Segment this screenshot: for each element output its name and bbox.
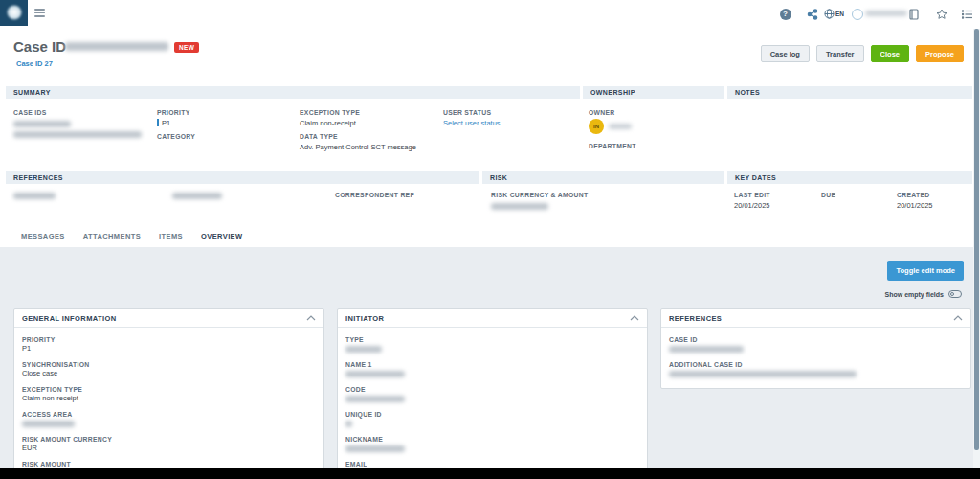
language-label[interactable]: EN [835, 11, 844, 17]
user-status-label: USER STATUS [443, 109, 491, 117]
redacted-value [22, 421, 75, 427]
owner-label: OWNER [589, 109, 615, 117]
star-icon[interactable] [935, 8, 947, 20]
redacted-value [345, 371, 405, 377]
field-label: NAME 1 [345, 360, 639, 369]
book-icon[interactable] [907, 8, 920, 20]
card-field: ACCESS AREA [22, 410, 316, 427]
show-empty-fields-toggle[interactable] [948, 290, 962, 298]
card-field: NICKNAME [345, 435, 639, 452]
due-label: DUE [821, 192, 835, 199]
scrollbar-thumb[interactable] [974, 29, 979, 450]
card-field: ADDITIONAL CASE ID [669, 360, 963, 377]
department-label: DEPARTMENT [589, 143, 636, 150]
field-value [345, 444, 639, 452]
screenshot-letterbox [0, 468, 980, 479]
redacted-value [345, 421, 352, 427]
notes-section-header: NOTES [727, 86, 972, 99]
collapse-chevron-icon[interactable] [306, 315, 316, 321]
created-label: CREATED [897, 192, 929, 199]
card-field: CASE ID [669, 335, 963, 353]
case-ids-redacted-2 [13, 131, 142, 138]
user-status-link[interactable]: Select user status... [443, 119, 506, 127]
card-field: UNIQUE ID [345, 410, 639, 427]
data-type-label: DATA TYPE [300, 133, 338, 141]
card-fields: PRIORITY P1 SYNCHRONISATION Close case E… [14, 328, 323, 479]
owner-avatar[interactable]: IN [589, 119, 604, 134]
field-label: PRIORITY [22, 335, 316, 344]
user-avatar-icon[interactable] [851, 8, 863, 20]
created-value: 20/01/2025 [897, 201, 933, 210]
data-type-value: Adv. Payment Control SCT message [300, 143, 416, 151]
share-icon[interactable] [806, 8, 818, 20]
case-id-redacted [65, 42, 168, 51]
collapse-chevron-icon[interactable] [630, 315, 639, 321]
initiator-card: INITIATOR TYPE NAME 1 CODE UNIQUE ID NIC… [337, 308, 648, 479]
card-fields: TYPE NAME 1 CODE UNIQUE ID NICKNAME EMAI… [338, 328, 647, 479]
field-value [345, 369, 639, 377]
help-icon[interactable]: ? [779, 8, 791, 20]
priority-label: PRIORITY [157, 109, 190, 117]
field-label: SYNCHRONISATION [22, 360, 316, 369]
field-value [345, 419, 639, 427]
app-logo[interactable] [0, 0, 28, 26]
field-label: ACCESS AREA [22, 410, 316, 419]
header-actions: Case log Transfer Close Propose [761, 45, 964, 62]
case-id-link[interactable]: Case ID 27 [16, 59, 53, 68]
field-value [22, 419, 316, 427]
card-field: CODE [345, 385, 639, 402]
owner-name-redacted [609, 124, 632, 129]
field-value [669, 344, 963, 353]
card-field: EXCEPTION TYPE Claim non-receipt [22, 385, 316, 402]
list-icon[interactable] [961, 8, 973, 20]
field-label: NICKNAME [345, 435, 639, 444]
references-card: REFERENCES CASE ID ADDITIONAL CASE ID [660, 308, 971, 389]
hamburger-menu-icon[interactable] [34, 9, 45, 19]
case-log-button[interactable]: Case log [761, 45, 810, 62]
field-value [345, 344, 639, 353]
field-value: EUR [22, 444, 316, 452]
close-button[interactable]: Close [871, 45, 909, 62]
last-edit-value: 20/01/2025 [734, 201, 770, 210]
card-title: GENERAL INFORMATION [22, 314, 117, 323]
field-label: CODE [345, 385, 639, 394]
card-field: PRIORITY P1 [22, 335, 316, 353]
card-title: INITIATOR [345, 314, 384, 323]
redacted-value [345, 445, 405, 452]
case-ids-redacted-1 [13, 121, 71, 127]
field-value [345, 394, 639, 402]
card-field: RISK AMOUNT CURRENCY EUR [22, 435, 316, 452]
redacted-value [669, 371, 857, 377]
risk-amount-redacted [491, 203, 548, 210]
collapse-chevron-icon[interactable] [953, 315, 963, 321]
top-bar: ? EN [0, 0, 980, 29]
key-dates-section-header: KEY DATES [727, 171, 972, 184]
priority-color-bar [157, 119, 159, 126]
reference-1-redacted [13, 193, 56, 199]
show-empty-fields-label: Show empty fields [885, 291, 944, 298]
card-title: REFERENCES [669, 314, 722, 323]
transfer-button[interactable]: Transfer [816, 45, 864, 62]
field-label: ADDITIONAL CASE ID [669, 360, 963, 369]
summary-section-header: SUMMARY [6, 86, 580, 99]
correspondent-ref-label: CORRESPONDENT REF [335, 192, 414, 199]
references-section-header: REFERENCES [6, 171, 479, 184]
field-value [669, 369, 963, 377]
propose-button[interactable]: Propose [916, 45, 964, 62]
risk-currency-amount-label: RISK CURRENCY & AMOUNT [491, 192, 588, 199]
logo-mark [7, 5, 22, 20]
field-value: Claim non-receipt [22, 394, 316, 402]
ownership-section-header: OWNERSHIP [583, 86, 724, 99]
card-fields: CASE ID ADDITIONAL CASE ID [661, 328, 970, 389]
category-label: CATEGORY [157, 133, 195, 141]
toggle-edit-mode-button[interactable]: Toggle edit mode [887, 261, 964, 281]
exception-type-label: EXCEPTION TYPE [300, 109, 360, 117]
card-field: NAME 1 [345, 360, 639, 377]
globe-icon[interactable] [823, 8, 835, 20]
field-value: Close case [22, 369, 316, 377]
redacted-value [345, 346, 382, 353]
reference-2-redacted [172, 193, 222, 199]
status-badge: NEW [174, 42, 199, 53]
field-label: EXCEPTION TYPE [22, 385, 316, 394]
case-ids-label: CASE IDS [13, 109, 47, 117]
